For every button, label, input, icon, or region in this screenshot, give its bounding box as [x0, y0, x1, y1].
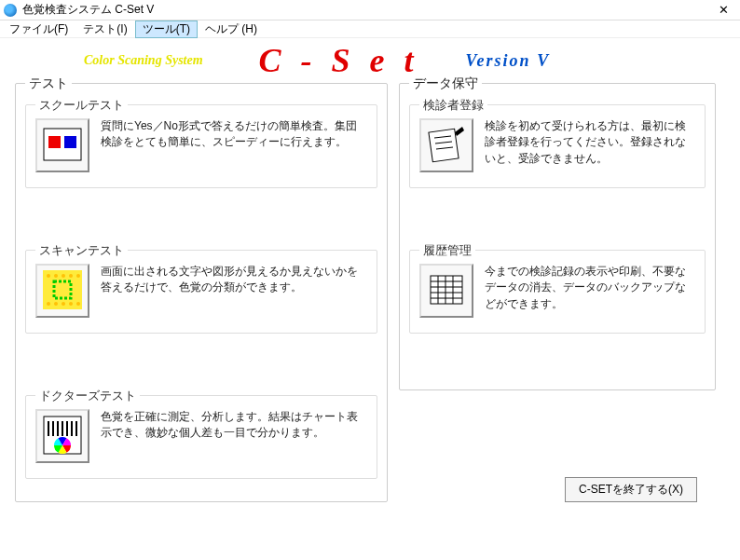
svg-rect-2	[64, 136, 76, 148]
menu-file[interactable]: ファイル(F)	[2, 20, 75, 38]
svg-point-13	[76, 302, 80, 306]
exit-button-label: C-SETを終了する(X)	[579, 483, 683, 496]
scan-test-icon	[41, 268, 84, 314]
menu-help[interactable]: ヘルプ (H)	[198, 20, 265, 38]
svg-rect-28	[431, 276, 462, 304]
school-test-desc: 質問にYes／No形式で答えるだけの簡単検査。集団検診をとても簡単に、スピーディ…	[101, 118, 367, 151]
app-icon	[4, 4, 17, 17]
svg-point-8	[76, 274, 80, 278]
system-name: Color Scaning System	[84, 53, 203, 68]
school-test-icon	[41, 123, 84, 169]
register-button[interactable]	[419, 118, 473, 172]
doctor-test-desc: 色覚を正確に測定、分析します。結果はチャート表示でき、微妙な個人差も一目で分かり…	[101, 409, 367, 442]
exit-button[interactable]: C-SETを終了する(X)	[565, 477, 697, 502]
scan-test-desc: 画面に出される文字や図形が見えるか見えないかを答えるだけで、色覚の分類ができます…	[101, 264, 367, 296]
content: テスト スクールテスト 質問にYes／No形式で答えるだけの簡単検査。集団検診を…	[0, 83, 740, 502]
subgroup-scan-test: スキャンテスト 画面に出される文字や図形が見えるか見えないかを答えるだけで、色覚…	[25, 250, 377, 334]
register-desc: 検診を初めて受けられる方は、最初に検診者登録を行ってください。登録されないと、受…	[485, 118, 695, 167]
history-table-icon	[425, 268, 468, 314]
group-data-legend: データ保守	[409, 75, 482, 92]
svg-point-12	[69, 302, 73, 306]
school-test-button[interactable]	[35, 118, 89, 172]
doctor-test-button[interactable]	[35, 409, 89, 463]
svg-point-9	[47, 302, 50, 306]
svg-point-6	[62, 274, 65, 278]
subgroup-school-test: スクールテスト 質問にYes／No形式で答えるだけの簡単検査。集団検診をとても簡…	[25, 104, 377, 188]
history-button[interactable]	[419, 264, 473, 318]
history-legend: 履歴管理	[419, 242, 475, 259]
menubar: ファイル(F) テスト(I) ツール(T) ヘルプ (H)	[0, 20, 740, 38]
svg-rect-24	[429, 129, 459, 162]
register-icon	[425, 123, 468, 169]
group-data-maintenance: データ保守 検診者登録 検診を初めて受けられる方は、最初	[399, 83, 716, 390]
scan-test-legend: スキャンテスト	[35, 242, 128, 259]
register-legend: 検診者登録	[419, 97, 487, 114]
subgroup-doctor-test: ドクターズテスト	[25, 395, 377, 479]
scan-test-button[interactable]	[35, 264, 89, 318]
svg-point-5	[54, 274, 58, 278]
version-label: Version V	[466, 51, 551, 71]
doctor-test-legend: ドクターズテスト	[35, 388, 140, 404]
svg-point-7	[69, 274, 73, 278]
subgroup-history: 履歴管理 今までの検診記録の表示や印刷、不要なデータの消去、データのバックアップ…	[409, 250, 706, 334]
group-test-legend: テスト	[25, 75, 72, 92]
close-button[interactable]: ✕	[710, 2, 736, 19]
window-title: 色覚検査システム C-Set V	[22, 2, 710, 18]
svg-point-11	[62, 302, 65, 306]
app-logo-text: C - S e t	[259, 41, 419, 80]
menu-test[interactable]: テスト(I)	[75, 20, 134, 38]
titlebar: 色覚検査システム C-Set V ✕	[0, 0, 740, 20]
exit-row: C-SETを終了する(X)	[399, 468, 716, 502]
history-desc: 今までの検診記録の表示や印刷、不要なデータの消去、データのバックアップなどができ…	[485, 264, 695, 312]
menu-tool[interactable]: ツール(T)	[135, 20, 198, 38]
subgroup-register: 検診者登録 検診を初めて受けられる方は、最初に検診者登録を行ってください。登録さ…	[409, 104, 706, 188]
group-test: テスト スクールテスト 質問にYes／No形式で答えるだけの簡単検査。集団検診を…	[15, 83, 388, 502]
svg-point-4	[47, 274, 50, 278]
svg-point-10	[54, 302, 58, 306]
svg-rect-1	[48, 136, 61, 148]
doctor-test-icon	[41, 414, 84, 459]
school-test-legend: スクールテスト	[35, 97, 128, 114]
banner: Color Scaning System C - S e t Version V	[0, 38, 740, 83]
